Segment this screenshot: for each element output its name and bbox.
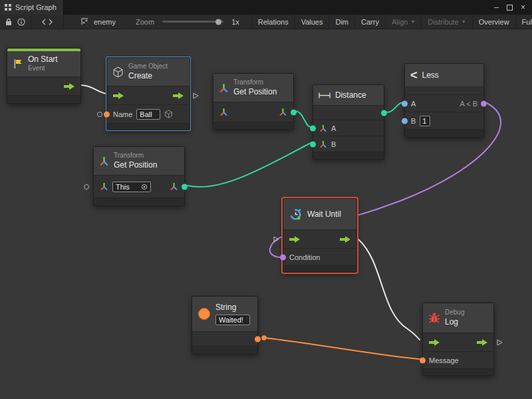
zoom-segment: Zoom 1x [130,15,245,29]
node-debug-log[interactable]: Debug Log Message [422,303,494,376]
edge-position-a[interactable] [295,111,311,127]
toolbar-button-relations[interactable]: Relations [251,15,295,29]
tab-script-graph[interactable]: Script Graph [0,0,64,15]
target-dropdown[interactable]: This [112,182,151,192]
toolbar-button-values[interactable]: Values [295,15,329,29]
node-title: Log [445,317,464,327]
less-icon: < [410,69,418,81]
flow-output-port[interactable] [477,339,487,346]
zoom-slider-handle[interactable] [215,19,221,25]
toolbar-button-distribute[interactable]: Distribute ▼ [421,15,471,29]
node-get-position-bottom[interactable]: Transform Get Position This [93,146,185,206]
node-create[interactable]: Game Object Create Name [106,57,190,130]
zoom-slider[interactable] [162,21,223,23]
node-footer [192,346,257,354]
port-label: B [331,140,336,148]
toolbar-button-dim[interactable]: Dim [329,15,354,29]
transform-input-icon[interactable] [219,108,228,116]
lock-icon[interactable] [5,18,12,26]
edge-flow-wait-log[interactable] [358,239,420,340]
flow-input-port[interactable] [113,92,124,99]
machine-segment: enemy [76,15,121,29]
edge-string-message[interactable] [264,338,420,359]
collapse-panels-icon[interactable] [42,19,53,25]
node-footer [313,152,384,159]
node-footer [94,198,184,205]
vector-b-input-port[interactable] [310,141,316,147]
b-value-field[interactable] [420,116,430,126]
node-title: Get Position [233,87,277,97]
unconnected-value-indicator [84,184,89,190]
flow-output-port[interactable] [340,236,350,243]
distance-icon [319,92,331,99]
distance-output-port[interactable] [381,110,387,116]
edge-distance-less[interactable] [384,102,403,112]
flag-icon [13,59,23,69]
transform-output-icon [279,108,287,116]
toolbar-button-overview[interactable]: Overview [472,15,515,29]
transform-icon [219,83,229,93]
edge-position-b[interactable] [188,143,311,187]
string-value-field[interactable] [215,315,250,325]
name-input-port[interactable] [104,111,110,117]
zoom-value: 1x [231,18,239,26]
toolbar-button-label: Distribute [428,18,458,26]
vector-a-input-port[interactable] [310,125,316,131]
toolbar-button-carry[interactable]: Carry [354,15,385,29]
node-less[interactable]: < Less A A < B B [404,63,484,138]
node-get-position-top[interactable]: Transform Get Position [213,73,294,130]
node-title: Get Position [114,160,157,170]
node-distance[interactable]: Distance A B [313,84,384,160]
transform-icon [99,156,109,166]
b-input-port[interactable] [402,118,408,124]
condition-input-port[interactable] [280,254,286,260]
unconnected-value-indicator [97,112,102,117]
port-label: Name [113,110,132,118]
message-input-port[interactable] [420,357,426,363]
toolbar-button-fullscreen[interactable]: Full Screen [515,15,532,29]
node-string[interactable]: String [192,296,258,354]
unconnected-flow-indicator [273,236,279,243]
string-output-port[interactable] [255,336,261,342]
tab-title: Script Graph [15,3,57,11]
node-footer [423,368,493,375]
node-title: Create [128,71,168,81]
result-output-port[interactable] [481,100,487,106]
node-title: Less [422,70,439,80]
position-output-port[interactable] [182,184,188,190]
graph-icon [4,3,12,11]
node-category: Transform [114,152,157,160]
node-title: String [215,303,250,313]
flow-output-port[interactable] [173,92,184,99]
node-wait-until[interactable]: Wait Until Condition [283,198,357,273]
node-title: Wait Until [307,209,341,219]
toolbar-button-align[interactable]: Align ▼ [385,15,421,29]
maximize-button[interactable] [507,5,513,11]
toolbar-button-label: Align [392,18,408,26]
transform-input-icon[interactable] [100,182,108,191]
transform-icon [319,140,327,148]
flow-output-port[interactable] [64,83,74,90]
node-title: Distance [335,90,366,100]
name-field[interactable] [136,109,160,120]
close-button[interactable]: × [521,3,525,11]
info-icon[interactable] [17,18,25,26]
script-machine-icon [81,18,88,25]
graph-canvas[interactable]: On Start Event Game Object Create [0,29,532,399]
port-label: B [411,117,416,125]
port-label: A [331,124,336,132]
flow-input-port[interactable] [289,236,300,243]
target-dropdown-value: This [116,183,130,191]
result-label: A < B [460,100,477,108]
unconnected-flow-indicator [193,92,199,99]
a-input-port[interactable] [402,100,408,106]
minimize-button[interactable]: – [494,3,499,11]
target-icon [141,184,148,190]
node-body [405,86,483,94]
flow-input-port[interactable] [429,339,440,346]
position-output-port[interactable] [291,109,297,115]
port-label: Message [429,356,459,364]
node-on-start[interactable]: On Start Event [7,48,81,104]
node-footer [107,123,190,130]
window-titlebar: Script Graph – × [0,0,532,15]
